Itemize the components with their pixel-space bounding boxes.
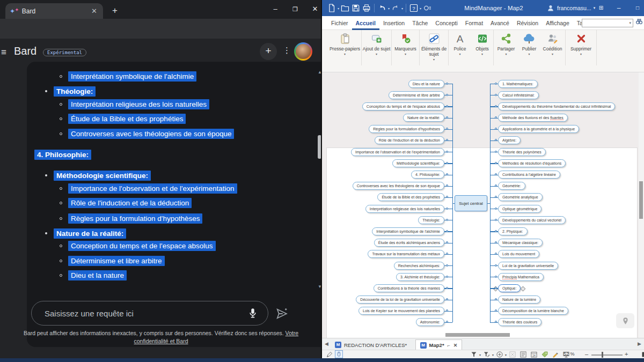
map-topic[interactable]: 3. Alchimie et théologie: — [396, 273, 444, 281]
undo-icon[interactable] — [377, 3, 387, 13]
ribbon-button-publier[interactable]: Publier▾ — [518, 30, 540, 65]
map-topic[interactable]: Théorie des couleurs — [498, 318, 541, 326]
map-topic[interactable]: Nature de la lumière — [498, 295, 540, 304]
central-topic[interactable]: Sujet central — [455, 195, 487, 211]
map-topic[interactable]: 4. Philosophie: — [411, 171, 444, 179]
pen-tool-icon[interactable] — [326, 351, 333, 358]
map-topic[interactable]: Applications à la géométrie et à la phys… — [498, 125, 579, 133]
print-icon[interactable] — [362, 3, 371, 13]
caret-down-icon[interactable]: ▾ — [479, 353, 481, 357]
mouse-mode-button[interactable] — [335, 350, 343, 358]
ribbon-tab-accueil[interactable]: Accueil — [352, 16, 379, 30]
map-topic[interactable]: Lois du mouvement — [498, 250, 539, 258]
map-topic[interactable]: Calcul infinitésimal: — [498, 91, 539, 99]
map-pin-button[interactable] — [616, 313, 634, 328]
ribbon-button-partager[interactable]: Partager▾ — [494, 30, 518, 65]
map-topic[interactable]: Optique: — [498, 284, 521, 292]
map-topic[interactable]: Dieu et la nature — [408, 80, 444, 88]
hamburger-icon[interactable]: ≡ — [1, 47, 6, 58]
ribbon-button-presse-papiers[interactable]: Presse-papiers▾ — [328, 30, 362, 65]
tab-scroll-left-icon[interactable]: ◀ — [325, 341, 328, 346]
painter-icon[interactable] — [552, 351, 559, 358]
caret-down-icon[interactable]: ▾ — [388, 6, 390, 10]
zoom-slider-handle[interactable] — [602, 352, 603, 358]
map-topic[interactable]: Travaux sur la transmutation des métaux — [368, 250, 444, 258]
map-topic[interactable]: Règles pour la formulation d'hypothèses — [369, 125, 444, 133]
filter-edit-icon[interactable] — [483, 351, 491, 358]
mic-icon[interactable] — [246, 307, 259, 320]
new-tab-button[interactable]: + — [108, 4, 121, 17]
map-topic[interactable]: Géométrie: — [498, 182, 525, 190]
caret-down-icon[interactable]: ▾ — [338, 6, 339, 10]
tag-icon[interactable] — [541, 351, 548, 358]
open-folder-icon[interactable] — [340, 3, 350, 13]
mm-maximize-button[interactable]: □ — [630, 0, 644, 16]
new-doc-icon[interactable] — [327, 3, 336, 13]
ribbon-button-ajout-de-sujet[interactable]: Ajout de sujet▾ — [362, 30, 392, 65]
new-chat-button[interactable]: + — [260, 43, 277, 60]
v-scrollbar-thumb[interactable] — [639, 181, 643, 219]
map-topic[interactable]: Interprétation religieuse des lois natur… — [365, 205, 444, 213]
tab-restore-icon[interactable]: ⌐ — [448, 343, 450, 348]
map-topic[interactable]: Étude des écrits alchimiques anciens — [374, 239, 444, 247]
map-topic[interactable]: Méthodologie scientifique: — [392, 159, 444, 167]
quickfilter-icon[interactable] — [496, 351, 503, 358]
map-topic[interactable]: Théologie: — [418, 216, 444, 224]
map-topic[interactable]: Optique géométrique — [498, 205, 541, 213]
map-topic[interactable]: Importance de l'observation et de l'expé… — [351, 148, 444, 156]
ribbon-button-police[interactable]: APolice▾ — [449, 30, 471, 65]
map-topic[interactable]: Théorie des polynômes — [498, 148, 546, 156]
h-scrollbar-thumb[interactable] — [445, 333, 510, 337]
caret-down-icon[interactable]: ▾ — [492, 353, 494, 357]
map-topic[interactable]: Déterminisme et libre arbitre — [389, 91, 444, 99]
map-topic[interactable]: Mécanique classique: — [498, 239, 543, 247]
map-topic[interactable]: Algèbre: — [498, 136, 521, 144]
clear-filter-icon[interactable] — [509, 351, 516, 358]
outline-icon[interactable] — [519, 351, 527, 358]
browser-tab[interactable]: ✦✦ Bard ✕ — [5, 3, 103, 19]
map-topic[interactable]: Loi de la gravitation universelle — [498, 262, 558, 270]
map-topic[interactable]: Recherches alchimiques: — [394, 262, 444, 270]
caret-down-icon[interactable]: ▾ — [505, 353, 507, 357]
ribbon-tab-format[interactable]: Format — [462, 16, 487, 30]
account-avatar[interactable] — [294, 42, 312, 61]
map-topic[interactable]: 1. Mathématiques: — [498, 80, 538, 88]
map-topic[interactable]: Principia Mathematica — [498, 273, 544, 281]
account-chip[interactable]: francomasu... ▾ — [546, 0, 595, 16]
zoom-in-button[interactable]: + — [625, 351, 628, 357]
fit-map-icon[interactable] — [632, 351, 640, 358]
map-topic[interactable]: Découverte de la loi de la gravitation u… — [356, 295, 444, 304]
ribbon-tab-concepti[interactable]: Concepti — [431, 16, 461, 30]
map-topic[interactable]: Interprétation symbolique de l'alchimie — [372, 227, 444, 235]
redo-icon[interactable] — [391, 3, 400, 13]
map-topic[interactable]: Géométrie analytique — [498, 193, 543, 201]
touch-icon[interactable] — [422, 3, 432, 13]
ribbon-button-objets[interactable]: Objets▾ — [471, 30, 494, 65]
save-icon[interactable] — [351, 3, 361, 13]
map-topic[interactable]: Astronomie: — [416, 318, 444, 326]
caret-down-icon[interactable]: ▾ — [401, 6, 403, 10]
map-topic[interactable]: Rôle de l'induction et de la déduction — [375, 136, 444, 144]
map-topic[interactable]: Contributions à la théorie des marées — [374, 284, 444, 292]
map-topic[interactable]: Développements du calcul vectoriel — [498, 216, 566, 224]
upload-image-icon[interactable] — [13, 307, 27, 321]
binoculars-icon[interactable] — [635, 18, 643, 25]
document-tab[interactable]: MMap2*⌐✕ — [415, 339, 463, 350]
window-maximize-button[interactable]: ❐ — [286, 0, 304, 18]
send-icon[interactable] — [275, 307, 289, 321]
map-topic[interactable]: Nature de la réalité: — [403, 114, 444, 122]
tab-scroll-right-icon[interactable]: ▶ — [638, 341, 641, 346]
map-topic[interactable]: Étude de la Bible et des prophéties — [377, 193, 444, 201]
tab-close-icon[interactable]: ✕ — [90, 7, 99, 15]
caret-down-icon[interactable]: ▾ — [420, 6, 421, 10]
pages-icon[interactable] — [641, 351, 644, 358]
map-topic[interactable]: Développements du théorème fondamental d… — [498, 102, 615, 110]
page-kebab-icon[interactable]: ⋮ — [283, 46, 291, 55]
document-tab[interactable]: MREDACTION D'ARTICLES* — [331, 339, 411, 350]
schedule-icon[interactable]: 24 — [530, 351, 538, 358]
map-topic[interactable]: Controverses avec les théologiens de son… — [353, 182, 444, 190]
zoom-slider-track[interactable] — [591, 354, 623, 356]
ribbon-tab-fichier[interactable]: Fichier — [327, 16, 352, 30]
ribbon-button-marqueurs[interactable]: Marqueurs▾ — [392, 30, 420, 65]
help-icon[interactable]: ? — [409, 3, 419, 13]
